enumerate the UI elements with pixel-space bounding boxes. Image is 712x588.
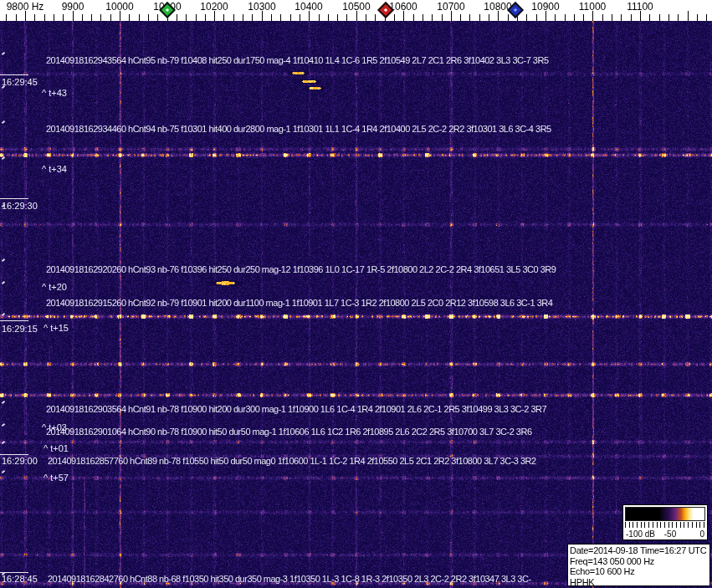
time-offset-marker: ^ t+43 bbox=[42, 88, 67, 98]
time-offset-marker: ^ t+34 bbox=[42, 164, 67, 174]
freq-axis-label: 10700 bbox=[437, 1, 464, 13]
edge-minor-tick bbox=[2, 258, 5, 262]
colorbar-gradient bbox=[625, 507, 705, 521]
time-tick-mark bbox=[0, 454, 28, 455]
time-label: 16:29:30 bbox=[2, 201, 38, 211]
edge-minor-tick bbox=[2, 281, 5, 284]
detection-log-line: 20140918162920260 hCnt93 nb-76 f10396 hi… bbox=[46, 264, 556, 274]
edge-minor-tick bbox=[2, 470, 5, 473]
edge-minor-tick bbox=[2, 401, 5, 404]
freq-axis-label: 10400 bbox=[295, 1, 322, 13]
edge-minor-tick bbox=[2, 156, 5, 160]
freq-axis-label: 10500 bbox=[342, 1, 370, 13]
detection-log-line: 20140918162943564 hCnt95 nb-79 f10408 hi… bbox=[46, 55, 549, 65]
info-date-time: Date=2014-09-18 Time=16:27 UTC bbox=[570, 545, 708, 556]
time-label: 16:29:15 bbox=[2, 324, 38, 334]
freq-axis-label: 9900 bbox=[62, 1, 85, 13]
edge-minor-tick bbox=[2, 85, 5, 89]
time-label: 16:29:45 bbox=[2, 77, 38, 87]
detection-log-line: 20140918162903564 hCnt91 nb-78 f10900 hi… bbox=[46, 404, 546, 414]
time-offset-marker: ^ t+57 bbox=[44, 473, 69, 483]
annotation-overlay: 9800 Hz990010000101001020010300104001050… bbox=[0, 0, 712, 588]
time-offset-marker: ^ t+03 bbox=[42, 422, 67, 432]
colorbar-tick-ruler bbox=[625, 522, 705, 528]
info-frequency: Freq=143 050 000 Hz bbox=[570, 556, 708, 567]
edge-minor-tick bbox=[2, 313, 5, 316]
freq-axis-label: 10200 bbox=[200, 1, 228, 13]
time-label: 16:29:00 bbox=[2, 456, 38, 466]
time-label: 16:28:45 bbox=[2, 574, 38, 584]
edge-minor-tick bbox=[2, 423, 5, 427]
red-freq-marker-center bbox=[384, 8, 387, 12]
freq-axis-label: 11000 bbox=[579, 1, 606, 13]
edge-minor-tick bbox=[2, 441, 5, 444]
time-tick-mark bbox=[0, 74, 28, 75]
time-tick-mark bbox=[0, 198, 28, 199]
freq-axis-label: 10600 bbox=[389, 1, 417, 13]
colorbar-min-label: -100 dB bbox=[626, 529, 655, 539]
freq-axis-label: 10300 bbox=[248, 1, 275, 13]
freq-axis-label: 10000 bbox=[105, 1, 133, 13]
detection-log-line: 20140918162934460 hCnt94 nb-75 f10301 hi… bbox=[46, 124, 551, 134]
status-info-box: Date=2014-09-18 Time=16:27 UTC Freq=143 … bbox=[567, 544, 710, 586]
time-offset-marker: ^ t+20 bbox=[42, 282, 67, 292]
detection-log-line: 20140918162901064 hCnt90 nb-78 f10900 hi… bbox=[46, 427, 532, 437]
time-offset-marker: ^ t+15 bbox=[44, 323, 69, 333]
meteor-echo-spectrogram-window: 9800 Hz990010000101001020010300104001050… bbox=[0, 0, 712, 588]
freq-axis-label: 10900 bbox=[531, 1, 559, 13]
colorbar-mid-label: -50 bbox=[664, 529, 676, 539]
colorbar-max-label: 0 bbox=[699, 529, 704, 539]
db-colorbar: -100 dB -50 0 bbox=[622, 504, 708, 540]
detection-log-line: 20140918162915260 hCnt92 nb-79 f10901 hi… bbox=[46, 298, 552, 308]
freq-axis-label: 11100 bbox=[627, 1, 653, 13]
edge-minor-tick bbox=[2, 52, 5, 55]
info-station-id: HPHK bbox=[570, 577, 708, 588]
blue-freq-marker-center bbox=[514, 8, 517, 12]
info-echo-frequency: Echo=10 600 Hz bbox=[570, 566, 708, 577]
time-offset-marker: ^ t+01 bbox=[44, 443, 69, 453]
freq-axis-label: 9800 Hz bbox=[7, 1, 44, 13]
colorbar-labels: -100 dB -50 0 bbox=[623, 529, 707, 539]
time-tick-mark bbox=[0, 320, 28, 321]
green-freq-marker-center bbox=[166, 8, 169, 12]
detection-log-line: 20140918162842760 hCnt88 nb-68 f10350 hi… bbox=[48, 574, 531, 584]
detection-log-line: 20140918162857760 hCnt89 nb-78 f10550 hi… bbox=[48, 456, 536, 466]
edge-minor-tick bbox=[2, 120, 5, 124]
